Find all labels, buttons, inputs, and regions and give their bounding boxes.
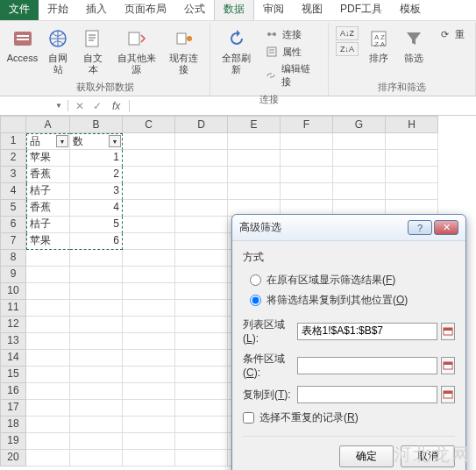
cell[interactable]: [175, 267, 228, 283]
filter-copy-label[interactable]: 将筛选结果复制到其他位置(O): [266, 293, 408, 308]
cell[interactable]: 香蕉: [26, 200, 70, 217]
row-header[interactable]: 9: [0, 267, 26, 283]
dialog-close-button[interactable]: ✕: [434, 220, 458, 235]
connections-button[interactable]: 连接: [261, 26, 321, 42]
cell[interactable]: [70, 367, 123, 383]
tab-insert[interactable]: 插入: [77, 0, 116, 20]
cell[interactable]: [281, 133, 333, 150]
cell[interactable]: [123, 450, 175, 466]
filter-dropdown-button[interactable]: ▼: [109, 135, 121, 147]
cell[interactable]: 1: [70, 150, 123, 167]
existing-connections-button[interactable]: 现有连接: [163, 25, 204, 77]
row-header[interactable]: 18: [0, 417, 26, 433]
row-header[interactable]: 3: [0, 167, 26, 183]
row-header[interactable]: 15: [0, 367, 26, 383]
column-header[interactable]: E: [228, 116, 281, 133]
cell[interactable]: [123, 200, 175, 217]
sort-button[interactable]: A ZZ A 排序: [362, 25, 395, 66]
row-header[interactable]: 6: [0, 217, 26, 233]
cell[interactable]: [123, 350, 175, 367]
tab-pdf[interactable]: PDF工具: [331, 0, 391, 20]
cell[interactable]: [26, 283, 70, 300]
cell[interactable]: [70, 417, 123, 433]
row-header[interactable]: 4: [0, 183, 26, 200]
sort-za-button[interactable]: Z↓A: [336, 42, 359, 56]
cell[interactable]: [123, 300, 175, 317]
cell[interactable]: 3: [70, 183, 123, 200]
tab-layout[interactable]: 页面布局: [116, 0, 175, 20]
criteria-picker-button[interactable]: [441, 357, 455, 374]
filter-inplace-radio[interactable]: [250, 274, 261, 286]
cell[interactable]: [175, 250, 228, 267]
cell[interactable]: [70, 283, 123, 300]
cell[interactable]: [175, 317, 228, 333]
cell[interactable]: 品▼: [26, 133, 70, 150]
criteria-input[interactable]: [297, 357, 437, 374]
cell[interactable]: [123, 217, 175, 233]
list-range-picker-button[interactable]: [441, 323, 455, 340]
cell[interactable]: [175, 133, 228, 150]
row-header[interactable]: 16: [0, 383, 26, 400]
list-range-input[interactable]: [297, 323, 437, 340]
tab-review[interactable]: 审阅: [254, 0, 293, 20]
formula-input[interactable]: [130, 104, 476, 108]
cell[interactable]: [175, 167, 228, 183]
cell[interactable]: [175, 183, 228, 200]
enter-fx-button[interactable]: ✓: [91, 100, 103, 112]
from-access-button[interactable]: Access: [5, 25, 39, 66]
row-header[interactable]: 1: [0, 133, 26, 150]
cell[interactable]: 6: [70, 233, 123, 250]
properties-button[interactable]: 属性: [261, 44, 321, 60]
from-web-button[interactable]: 自网站: [41, 25, 75, 77]
refresh-all-button[interactable]: 全部刷新: [216, 25, 258, 77]
row-header[interactable]: 5: [0, 200, 26, 217]
cancel-button[interactable]: 取消: [401, 445, 455, 467]
row-header[interactable]: 13: [0, 333, 26, 350]
row-header[interactable]: 8: [0, 250, 26, 267]
ok-button[interactable]: 确定: [339, 445, 394, 467]
cell[interactable]: [26, 433, 70, 450]
fx-label[interactable]: fx: [109, 100, 124, 112]
cell[interactable]: [123, 133, 175, 150]
cancel-fx-button[interactable]: ✕: [74, 100, 86, 112]
sort-az-button[interactable]: A↓Z: [336, 26, 359, 40]
unique-records-checkbox[interactable]: [243, 412, 254, 424]
cell[interactable]: [26, 400, 70, 417]
cell[interactable]: 香蕉: [26, 167, 70, 183]
tab-formula[interactable]: 公式: [175, 0, 214, 20]
cell[interactable]: [26, 450, 70, 466]
copyto-picker-button[interactable]: [441, 386, 455, 403]
cell[interactable]: [70, 350, 123, 367]
cell[interactable]: [281, 150, 333, 167]
filter-button[interactable]: 筛选: [397, 25, 430, 66]
tab-data[interactable]: 数据: [214, 0, 254, 20]
row-header[interactable]: 11: [0, 300, 26, 317]
cell[interactable]: [228, 183, 281, 200]
cell[interactable]: 桔子: [26, 217, 70, 233]
row-header[interactable]: 10: [0, 283, 26, 300]
cell[interactable]: [386, 167, 438, 183]
cell[interactable]: [386, 150, 438, 167]
copyto-input[interactable]: [297, 386, 437, 403]
cell[interactable]: [175, 417, 228, 433]
cell[interactable]: [175, 333, 228, 350]
cell[interactable]: [175, 200, 228, 217]
column-header[interactable]: A: [26, 116, 70, 133]
cell[interactable]: [26, 317, 70, 333]
cell[interactable]: [123, 433, 175, 450]
cell[interactable]: [70, 400, 123, 417]
cell[interactable]: [175, 350, 228, 367]
dialog-titlebar[interactable]: 高级筛选 ? ✕: [232, 215, 465, 241]
unique-records-label[interactable]: 选择不重复的记录(R): [259, 410, 359, 425]
cell[interactable]: [26, 267, 70, 283]
cell[interactable]: [26, 383, 70, 400]
cell[interactable]: 苹果: [26, 150, 70, 167]
column-header[interactable]: D: [175, 116, 228, 133]
cell[interactable]: [123, 367, 175, 383]
tab-view[interactable]: 视图: [293, 0, 331, 20]
cell[interactable]: [70, 433, 123, 450]
tab-file[interactable]: 文件: [0, 0, 39, 20]
cell[interactable]: [70, 300, 123, 317]
cell[interactable]: [175, 300, 228, 317]
cell[interactable]: [123, 400, 175, 417]
